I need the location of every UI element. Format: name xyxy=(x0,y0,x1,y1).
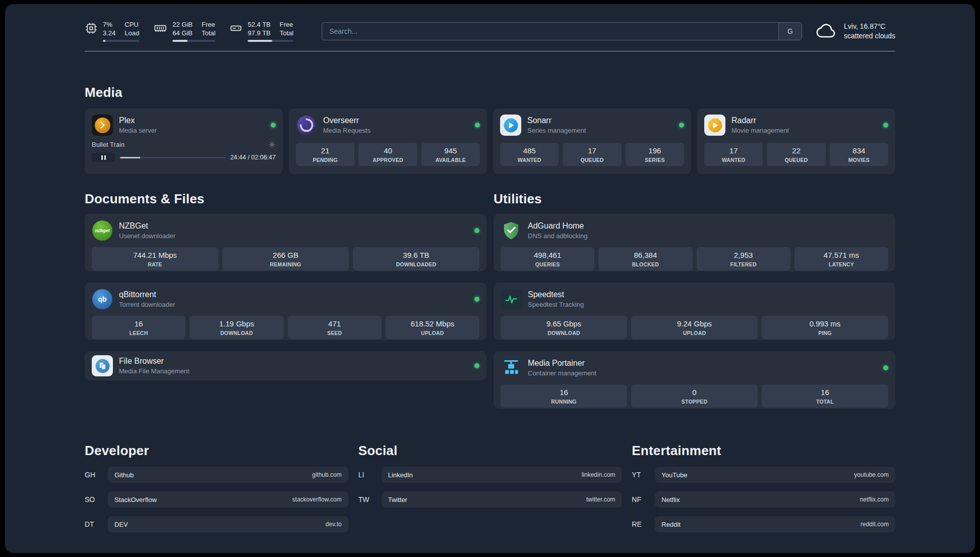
section-documents: Documents & Files nzbget NZBGet Usenet d… xyxy=(85,191,486,409)
stat-label: DOWNLOAD xyxy=(503,330,625,336)
bookmark-netflix[interactable]: NF Netflix netflix.com xyxy=(632,491,895,508)
nzbget-icon-text: nzbget xyxy=(92,220,112,241)
service-subtitle: DNS and adblocking xyxy=(528,232,588,240)
bookmark-dev[interactable]: DT DEV dev.to xyxy=(85,516,348,532)
service-card-radarr[interactable]: Radarr Movie management 17 WANTED 22 QUE… xyxy=(697,108,895,174)
stat-value: 471 xyxy=(290,319,380,328)
stat-queries: 498,461 QUERIES xyxy=(501,247,594,270)
stat-blocked: 86,384 BLOCKED xyxy=(598,247,692,270)
bookmark-reddit[interactable]: RE Reddit reddit.com xyxy=(632,516,895,532)
seek-bar[interactable] xyxy=(120,157,225,158)
stat-download: 1.19 Gbps DOWNLOAD xyxy=(190,316,283,339)
disk-total-value: 97.9 TB xyxy=(248,29,270,37)
service-card-nzbget[interactable]: nzbget NZBGet Usenet downloader 744.21 M… xyxy=(85,214,486,271)
stat-value: 16 xyxy=(94,319,183,328)
bookmark-youtube[interactable]: YT YouTube youtube.com xyxy=(632,467,895,483)
stat-download: 9.65 Gbps DOWNLOAD xyxy=(501,316,627,339)
service-card-overseerr[interactable]: Overseerr Media Requests 21 PENDING 40 A… xyxy=(289,108,487,174)
bookmark-linkedin[interactable]: LI LinkedIn linkedin.com xyxy=(358,467,622,483)
stat-label: UPLOAD xyxy=(633,330,756,336)
bookmark-abbr: LI xyxy=(358,471,382,479)
stat-label: PING xyxy=(764,330,886,336)
service-card-filebrowser[interactable]: File Browser Media File Management xyxy=(85,351,486,380)
stat-value: 744.21 Mbps xyxy=(94,251,216,259)
service-card-portainer[interactable]: Media Portainer Container management 16 … xyxy=(494,351,895,409)
service-card-sonarr[interactable]: Sonarr Series management 485 WANTED 17 Q… xyxy=(493,108,691,174)
bookmark-name: Netflix xyxy=(661,496,680,504)
bookmark-url: reddit.com xyxy=(861,521,889,528)
cpu-percent: 7% xyxy=(103,20,115,29)
stat-value: 485 xyxy=(502,146,557,155)
service-card-speedtest[interactable]: Speedtest Speedtest Tracking 9.65 Gbps D… xyxy=(494,283,895,340)
stat-rate: 744.21 Mbps RATE xyxy=(92,247,218,270)
service-name: qBittorrent xyxy=(119,290,175,299)
stat-label: DOWNLOADED xyxy=(355,261,477,267)
stat-value: 21 xyxy=(298,146,352,155)
weather-condition: scattered clouds xyxy=(844,31,895,41)
section-utilities: Utilities AdGuard Home DNS and adblockin… xyxy=(494,191,895,409)
stat-label: APPROVED xyxy=(360,157,415,163)
adguard-icon xyxy=(501,220,522,241)
service-card-plex[interactable]: Plex Media server Bullet Train xyxy=(85,108,283,174)
stat-value: 47.571 ms xyxy=(797,251,886,259)
gear-icon[interactable] xyxy=(268,141,276,148)
bookmark-abbr: DT xyxy=(85,520,108,528)
stat-value: 16 xyxy=(503,388,625,397)
stat-seed: 471 SEED xyxy=(288,316,382,339)
stat-value: 834 xyxy=(832,146,886,155)
bookmark-group-entertainment: Entertainment YT YouTube youtube.com NF … xyxy=(632,443,895,541)
bookmark-name: Reddit xyxy=(661,521,681,528)
stat-label: RUNNING xyxy=(503,399,625,405)
stat-latency: 47.571 ms LATENCY xyxy=(794,247,888,270)
stat-label: WANTED xyxy=(502,157,557,163)
service-subtitle: Media server xyxy=(119,127,157,134)
stat-remaining: 266 GB REMAINING xyxy=(222,247,349,270)
search-input[interactable] xyxy=(322,23,778,40)
now-playing-title: Bullet Train xyxy=(92,141,125,148)
bookmark-abbr: GH xyxy=(85,471,108,479)
stat-leech: 16 LEECH xyxy=(92,316,186,339)
memory-total-label: Total xyxy=(202,29,215,37)
bookmark-name: DEV xyxy=(114,521,128,528)
bookmark-name: StackOverflow xyxy=(114,496,157,504)
status-dot xyxy=(271,123,276,128)
dashboard: 7% 3.24 CPU Load 22 GiB xyxy=(5,4,975,553)
stat-total: 16 TOTAL xyxy=(762,384,888,408)
stat-pending: 21 PENDING xyxy=(296,143,354,166)
stat-label: RATE xyxy=(94,261,216,267)
service-subtitle: Media File Management xyxy=(119,367,189,375)
bookmark-url: netflix.com xyxy=(860,496,889,503)
pause-button[interactable] xyxy=(92,153,115,162)
cpu-usage-bar xyxy=(103,40,139,42)
stat-filtered: 2,953 FILTERED xyxy=(697,247,790,270)
service-card-adguard[interactable]: AdGuard Home DNS and adblocking 498,461 … xyxy=(494,214,895,271)
plex-now-playing: Bullet Train 24:44 / 02:06:47 xyxy=(92,141,276,162)
cpu-load-value: 3.24 xyxy=(103,29,115,37)
stat-available: 945 AVAILABLE xyxy=(421,143,480,166)
bookmark-stackoverflow[interactable]: SO StackOverflow stackoverflow.com xyxy=(85,491,348,508)
bookmark-url: github.com xyxy=(312,471,342,478)
bookmark-twitter[interactable]: TW Twitter twitter.com xyxy=(358,491,622,508)
stat-value: 9.24 Gbps xyxy=(633,319,756,328)
disk-free-label: Free xyxy=(280,20,293,29)
stat-label: STOPPED xyxy=(633,399,756,405)
stat-value: 17 xyxy=(706,146,761,155)
stat-downloaded: 39.6 TB DOWNLOADED xyxy=(353,247,479,270)
bookmark-github[interactable]: GH Github github.com xyxy=(85,467,348,483)
disk-free-value: 52.4 TB xyxy=(248,20,270,29)
stat-label: MOVIES xyxy=(832,157,886,163)
stat-label: FILTERED xyxy=(699,261,788,267)
stat-queued: 22 QUEUED xyxy=(767,143,825,166)
status-dot xyxy=(474,363,479,368)
search-provider-button[interactable]: G xyxy=(778,23,802,40)
stat-value: 16 xyxy=(764,388,886,397)
service-name: Radarr xyxy=(731,116,789,125)
stat-value: 17 xyxy=(565,146,619,155)
bookmark-url: twitter.com xyxy=(586,496,615,503)
playback-time: 24:44 / 02:06:47 xyxy=(230,154,276,161)
cpu-load-label: Load xyxy=(125,29,139,37)
section-title-documents: Documents & Files xyxy=(85,191,486,207)
service-card-qbittorrent[interactable]: qb qBittorrent Torrent downloader 16 LEE… xyxy=(85,283,486,340)
bookmark-url: youtube.com xyxy=(854,471,889,478)
bookmark-group-developer: Developer GH Github github.com SO StackO… xyxy=(85,443,348,541)
